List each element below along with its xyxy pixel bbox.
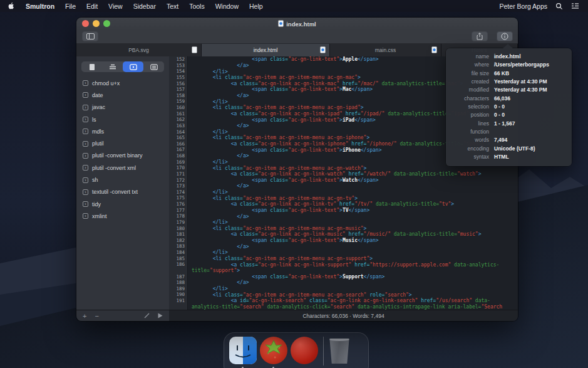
info-row: characters66,036: [450, 95, 566, 103]
tab-main-css[interactable]: main.css: [330, 44, 441, 56]
code-line: 178 </a>: [169, 213, 518, 219]
title-bar[interactable]: index.html: [76, 18, 518, 30]
minimize-button[interactable]: [93, 20, 100, 27]
code-line: 190 <li class="ac-gn-item ac-gn-item-men…: [169, 292, 518, 298]
line-number: 152: [169, 56, 188, 63]
sidebar-toggle-button[interactable]: [82, 31, 98, 41]
info-row: modifiedYesterday at 4:30 PM: [450, 86, 566, 94]
tab-label: main.css: [375, 47, 396, 53]
code-line: 189 </li>: [169, 286, 518, 292]
code-text: </a>: [188, 123, 249, 129]
dock-trash-icon[interactable]: [329, 339, 350, 364]
apple-menu-icon[interactable]: [8, 2, 15, 10]
dock-smultron-icon[interactable]: [260, 337, 287, 364]
code-text: </a>: [188, 280, 249, 285]
dock-finder-icon[interactable]: [229, 337, 257, 364]
code-text: </li>: [188, 219, 228, 225]
info-value: /Users/peterborgapps: [494, 61, 566, 69]
command-item[interactable]: ›ls: [76, 113, 169, 125]
menu-item-text[interactable]: Text: [167, 3, 178, 10]
dock: [224, 332, 369, 368]
segment-snippets-icon[interactable]: [102, 61, 123, 72]
window-title: index.html: [286, 21, 316, 28]
code-text: </li>: [188, 189, 228, 195]
code-line: title="support">: [169, 268, 518, 274]
code-text: <span class="ac-gn-link-text">iPhone</sp…: [188, 147, 382, 153]
line-number: 178: [169, 213, 188, 219]
segment-list-icon[interactable]: [143, 61, 164, 72]
segment-commands-icon[interactable]: [123, 61, 143, 72]
code-line: 177 <span class="ac-gn-link-text">TV</sp…: [169, 208, 518, 214]
code-text: </a>: [188, 153, 249, 159]
command-item[interactable]: ›chmod u+x: [76, 77, 169, 89]
menu-item-tools[interactable]: Tools: [189, 3, 205, 10]
info-value: Yesterday at 4:30 PM: [494, 86, 566, 94]
code-text: <li class="ac-gn-item ac-gn-item-menu ac…: [188, 166, 366, 171]
code-line: 185 <li class="ac-gn-item ac-gn-item-men…: [169, 256, 518, 262]
play-icon[interactable]: [158, 312, 163, 320]
code-text: <span class="ac-gn-link-text">Music</spa…: [188, 238, 379, 243]
command-item[interactable]: ›mdls: [76, 125, 169, 137]
info-value: 1 - 1,567: [494, 120, 566, 128]
tab-doc-icon: [192, 46, 197, 55]
notification-list-icon[interactable]: [571, 3, 579, 9]
command-item[interactable]: ›tidy: [76, 198, 169, 210]
info-label: where: [450, 61, 489, 69]
line-number: 162: [169, 117, 188, 123]
menu-item-window[interactable]: Window: [215, 3, 239, 10]
info-label: name: [450, 53, 489, 61]
share-button[interactable]: [472, 31, 488, 41]
command-item[interactable]: ›plutil -convert binary: [76, 150, 169, 162]
tab-pba-svg[interactable]: PBA.svg: [76, 44, 202, 56]
command-item[interactable]: ›javac: [76, 102, 169, 113]
menu-item-app[interactable]: Smultron: [26, 3, 54, 10]
info-row: file size66 KB: [450, 70, 566, 78]
line-number: 155: [169, 75, 188, 81]
menu-item-view[interactable]: View: [108, 3, 123, 10]
add-command-button[interactable]: +: [83, 312, 86, 320]
segment-documents-icon[interactable]: [81, 61, 102, 72]
document-icon: [278, 20, 284, 28]
code-line: 179 </li>: [169, 219, 518, 226]
code-line: 172 <span class="ac-gn-link-text">Watch<…: [169, 177, 518, 184]
code-text: <li class="ac-gn-item ac-gn-item-menu ac…: [188, 256, 373, 261]
remove-command-button[interactable]: −: [95, 312, 98, 320]
command-item[interactable]: ›xmlint: [76, 210, 169, 222]
info-row: selection0 - 0: [450, 103, 566, 111]
menu-status-text[interactable]: Peter Borg Apps: [500, 3, 547, 10]
dock-tomato-icon[interactable]: [291, 337, 318, 364]
tab-doc-icon: [320, 46, 326, 55]
command-label: plutil -convert binary: [92, 152, 143, 159]
info-label: selection: [450, 103, 489, 111]
menu-item-edit[interactable]: Edit: [86, 3, 98, 10]
line-number: 190: [169, 292, 188, 298]
info-value: 66 KB: [494, 70, 566, 78]
code-text: </li>: [188, 250, 228, 255]
search-icon[interactable]: [555, 3, 563, 10]
command-item[interactable]: ›plutil: [76, 137, 169, 149]
info-button[interactable]: [497, 31, 513, 41]
code-text: </a>: [188, 214, 249, 219]
code-text: <a class="ac-gn-link ac-gn-link-ipad" hr…: [188, 111, 472, 117]
command-item[interactable]: ›date: [76, 89, 169, 101]
code-text: title="support">: [188, 268, 240, 273]
line-number: 187: [169, 274, 188, 280]
command-item[interactable]: ›plutil -convert xml: [76, 162, 169, 174]
command-item[interactable]: ›textutil -convert txt: [76, 186, 169, 198]
command-item[interactable]: ›sh: [76, 174, 169, 186]
command-label: tidy: [92, 201, 101, 208]
zoom-button[interactable]: [103, 20, 110, 27]
pencil-icon[interactable]: [144, 312, 150, 320]
menu-item-help[interactable]: Help: [249, 3, 263, 10]
menu-item-file[interactable]: File: [65, 3, 76, 10]
line-number: 167: [169, 147, 188, 153]
line-number: 163: [169, 123, 188, 129]
status-bar: Characters: 66,036 · Words: 7,494: [169, 310, 518, 321]
code-text: <li class="ac-gn-item ac-gn-item-menu ac…: [188, 135, 369, 140]
command-label: ls: [92, 117, 96, 123]
tab-index-html[interactable]: index.html: [202, 44, 330, 56]
menu-item-sidebar[interactable]: Sidebar: [133, 3, 156, 10]
line-number: 158: [169, 93, 188, 99]
close-button[interactable]: [82, 20, 89, 27]
info-label: characters: [450, 95, 489, 103]
